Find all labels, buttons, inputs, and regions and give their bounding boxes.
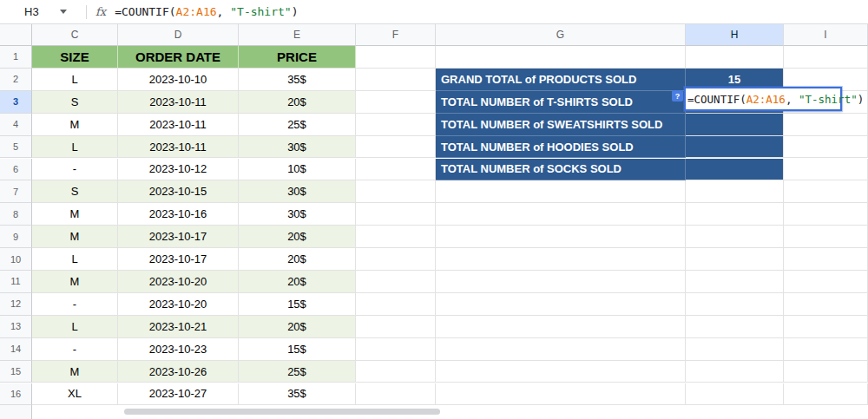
cell-E11[interactable]: 20$	[239, 271, 356, 293]
cell-I15[interactable]	[784, 361, 868, 383]
row-header-1[interactable]: 1	[0, 46, 32, 69]
cell-G7[interactable]	[436, 180, 686, 203]
cell-D12[interactable]: 2023-10-20	[118, 293, 239, 316]
cell-D8[interactable]: 2023-10-16	[118, 203, 239, 226]
cell-F15[interactable]	[356, 361, 436, 383]
cell-C6[interactable]: -	[32, 159, 118, 181]
formula-help-icon[interactable]: ?	[672, 90, 683, 101]
column-header-F[interactable]: F	[356, 24, 436, 46]
cell-C10[interactable]: L	[32, 248, 118, 271]
cell-H10[interactable]	[686, 248, 784, 271]
row-header-13[interactable]: 13	[0, 316, 32, 338]
column-header-D[interactable]: D	[118, 24, 239, 46]
cell-H14[interactable]	[686, 338, 784, 361]
cell-editor-formula[interactable]: =COUNTIF(A2:A16, "T-shirt")	[687, 93, 864, 106]
row-header-11[interactable]: 11	[0, 271, 32, 293]
cell-E8[interactable]: 30$	[239, 203, 356, 226]
cell-C2[interactable]: L	[32, 69, 118, 91]
cell-C7[interactable]: S	[32, 180, 118, 203]
cell-D13[interactable]: 2023-10-21	[118, 316, 239, 338]
column-header-H[interactable]: H	[686, 24, 784, 46]
cell-I10[interactable]	[784, 248, 868, 271]
cell-C15[interactable]: M	[32, 361, 118, 383]
row-header-16[interactable]: 16	[0, 383, 32, 406]
cell-F1[interactable]	[356, 46, 436, 69]
row-header-14[interactable]: 14	[0, 338, 32, 361]
cell-G5[interactable]: TOTAL NUMBER of HOODIES SOLD	[436, 136, 686, 159]
cell-D5[interactable]: 2023-10-11	[118, 136, 239, 159]
cell-F14[interactable]	[356, 338, 436, 361]
cell-E16[interactable]: 35$	[239, 383, 356, 406]
cell-D9[interactable]: 2023-10-17	[118, 226, 239, 248]
cell-E13[interactable]: 20$	[239, 316, 356, 338]
cell-E10[interactable]: 20$	[239, 248, 356, 271]
row-header-6[interactable]: 6	[0, 159, 32, 181]
row-header-9[interactable]: 9	[0, 226, 32, 248]
cell-G14[interactable]	[436, 338, 686, 361]
cell-E1[interactable]: PRICE	[239, 46, 356, 69]
row-header-5[interactable]: 5	[0, 136, 32, 159]
cell-F6[interactable]	[356, 159, 436, 181]
cell-I6[interactable]	[784, 159, 868, 181]
row-header-3[interactable]: 3	[0, 91, 32, 114]
cell-D15[interactable]: 2023-10-26	[118, 361, 239, 383]
cell-C5[interactable]: L	[32, 136, 118, 159]
cell-D16[interactable]: 2023-10-27	[118, 383, 239, 406]
row-header-4[interactable]: 4	[0, 114, 32, 136]
cell-H15[interactable]	[686, 361, 784, 383]
cell-H4[interactable]	[686, 114, 784, 136]
cell-C11[interactable]: M	[32, 271, 118, 293]
row-header-10[interactable]: 10	[0, 248, 32, 271]
column-header-E[interactable]: E	[239, 24, 356, 46]
cell-D10[interactable]: 2023-10-17	[118, 248, 239, 271]
cell-D7[interactable]: 2023-10-15	[118, 180, 239, 203]
cell-E3[interactable]: 20$	[239, 91, 356, 114]
horizontal-scrollbar-thumb[interactable]	[124, 409, 440, 415]
cell-D1[interactable]: ORDER DATE	[118, 46, 239, 69]
cell-F11[interactable]	[356, 271, 436, 293]
cell-G16[interactable]	[436, 383, 686, 406]
cell-I9[interactable]	[784, 226, 868, 248]
chevron-down-icon[interactable]	[60, 10, 67, 14]
column-header-G[interactable]: G	[436, 24, 686, 46]
cell-C16[interactable]: XL	[32, 383, 118, 406]
cell-F10[interactable]	[356, 248, 436, 271]
cell-C14[interactable]: -	[32, 338, 118, 361]
cell-I8[interactable]	[784, 203, 868, 226]
cell-G8[interactable]	[436, 203, 686, 226]
cell-C13[interactable]: L	[32, 316, 118, 338]
cell-G2[interactable]: GRAND TOTAL of PRODUCTS SOLD	[436, 69, 686, 91]
cell-G12[interactable]	[436, 293, 686, 316]
cell-E9[interactable]: 20$	[239, 226, 356, 248]
cell-I4[interactable]	[784, 114, 868, 136]
cell-F3[interactable]	[356, 91, 436, 114]
cell-E12[interactable]: 15$	[239, 293, 356, 316]
cell-I16[interactable]	[784, 383, 868, 406]
cell-C3[interactable]: S	[32, 91, 118, 114]
cell-D2[interactable]: 2023-10-10	[118, 69, 239, 91]
cell-G10[interactable]	[436, 248, 686, 271]
cell-I7[interactable]	[784, 180, 868, 203]
cell-G9[interactable]	[436, 226, 686, 248]
cell-F13[interactable]	[356, 316, 436, 338]
cell-C1[interactable]: SIZE	[32, 46, 118, 69]
cell-editor-H3[interactable]: ? =COUNTIF(A2:A16, "T-shirt")	[684, 87, 842, 111]
cell-D11[interactable]: 2023-10-20	[118, 271, 239, 293]
cell-H7[interactable]	[686, 180, 784, 203]
cell-G15[interactable]	[436, 361, 686, 383]
cell-E15[interactable]: 25$	[239, 361, 356, 383]
cell-I5[interactable]	[784, 136, 868, 159]
cell-E4[interactable]: 25$	[239, 114, 356, 136]
row-header-2[interactable]: 2	[0, 69, 32, 91]
row-header-8[interactable]: 8	[0, 203, 32, 226]
cell-E2[interactable]: 35$	[239, 69, 356, 91]
cell-E6[interactable]: 10$	[239, 159, 356, 181]
cell-C12[interactable]: -	[32, 293, 118, 316]
cell-H5[interactable]	[686, 136, 784, 159]
cell-G6[interactable]: TOTAL NUMBER of SOCKS SOLD	[436, 159, 686, 181]
cell-H1[interactable]	[686, 46, 784, 69]
cell-H12[interactable]	[686, 293, 784, 316]
cell-F7[interactable]	[356, 180, 436, 203]
cell-F9[interactable]	[356, 226, 436, 248]
cell-I11[interactable]	[784, 271, 868, 293]
